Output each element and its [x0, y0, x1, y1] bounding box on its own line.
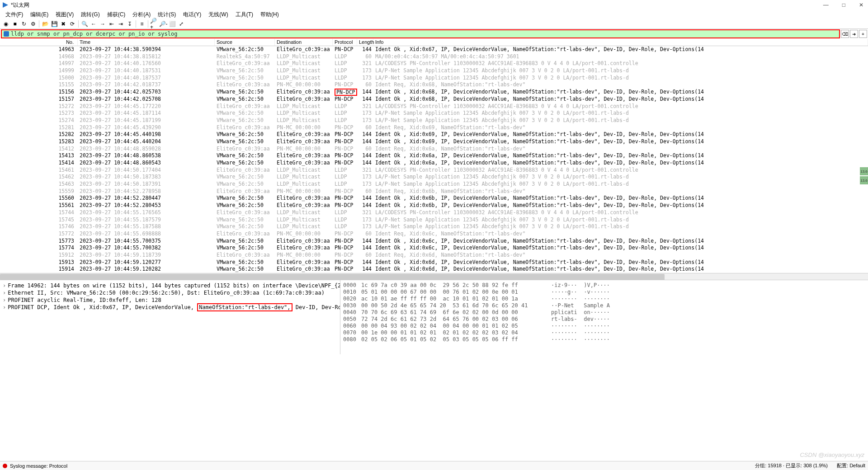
packet-row[interactable]: 157442023-09-27 10:44:55.176565EliteGro_…	[0, 209, 868, 216]
reload-icon[interactable]: ⟳	[68, 20, 76, 28]
packet-list[interactable]: 149632023-09-27 10:44:38.590394VMware_56…	[0, 46, 868, 273]
maximize-button[interactable]: □	[840, 1, 848, 9]
menu-6[interactable]: 统计(S)	[155, 10, 179, 19]
packet-row[interactable]: 157462023-09-27 10:44:55.187588VMware_56…	[0, 223, 868, 230]
start-capture-icon[interactable]: ◉	[2, 20, 10, 28]
menu-2[interactable]: 视图(V)	[53, 10, 76, 19]
expand-icon[interactable]: ›	[3, 282, 6, 289]
menu-0[interactable]: 文件(F)	[3, 10, 26, 19]
packet-details-pane[interactable]: ›Frame 14962: 144 bytes on wire (1152 bi…	[0, 280, 340, 354]
profinet-dcp-post[interactable]: Dev-ID, Dev-Role, Dev-Options	[292, 304, 340, 310]
packet-row[interactable]: 149972023-09-27 10:44:40.176560EliteGro_…	[0, 60, 868, 67]
packet-row[interactable]: 155612023-09-27 10:44:52.280453VMware_56…	[0, 202, 868, 209]
menu-4[interactable]: 捕获(C)	[104, 10, 128, 19]
packet-row[interactable]: 149992023-09-27 10:44:40.187531VMware_56…	[0, 67, 868, 75]
close-button[interactable]: ✕	[856, 1, 866, 9]
packet-row[interactable]: 159142023-09-27 10:44:59.120282VMware_56…	[0, 266, 868, 273]
go-prev-icon[interactable]: ←	[90, 20, 98, 28]
packet-row[interactable]: 154142023-09-27 10:44:48.860543VMware_56…	[0, 160, 868, 167]
display-filter-wrap[interactable]	[1, 29, 840, 38]
name-of-station-highlight[interactable]: NameOfStation:"rt-labs-dev",	[197, 303, 292, 311]
zoom-out-icon[interactable]: 🔎-	[159, 20, 167, 28]
packet-row[interactable]: 155592023-09-27 10:44:52.278958EliteGro_…	[0, 188, 868, 195]
hex-row[interactable]: 003000 00 50 2d 4e 65 65 74 20 53 61 6d …	[343, 302, 865, 309]
expand-icon[interactable]: ›	[3, 297, 6, 303]
zoom-in-icon[interactable]: 🔎+	[150, 20, 158, 28]
menu-8[interactable]: 无线(W)	[206, 10, 231, 19]
go-next-icon[interactable]: →	[99, 20, 107, 28]
packet-row[interactable]: 157452023-09-27 10:44:55.187579VMware_56…	[0, 216, 868, 224]
menu-10[interactable]: 帮助(H)	[258, 10, 282, 19]
find-packet-icon[interactable]: 🔍	[80, 20, 89, 28]
hex-row[interactable]: 004070 70 6c 69 63 61 74 69 6f 6e 02 02 …	[343, 309, 865, 316]
save-file-icon[interactable]: 💾	[50, 20, 58, 28]
packet-row[interactable]: 155602023-09-27 10:44:52.280447VMware_56…	[0, 195, 868, 202]
menu-1[interactable]: 编辑(E)	[28, 10, 51, 19]
hex-row[interactable]: 005072 74 2d 6c 61 62 73 2d 64 65 76 00 …	[343, 316, 865, 323]
profinet-rt-summary[interactable]: PROFINET acyclic Real-Time, ID:0xfeff, L…	[8, 297, 161, 303]
packet-row[interactable]: 154622023-09-27 10:44:50.187383VMware_56…	[0, 174, 868, 181]
packet-row[interactable]: 152742023-09-27 10:44:45.187199VMware_56…	[0, 117, 868, 124]
col-protocol[interactable]: Protocol	[333, 39, 357, 46]
hex-row[interactable]: 0020ac 10 01 ae ff ff ff 00 ac 10 01 01 …	[343, 296, 865, 302]
packet-row[interactable]: 152732023-09-27 10:44:45.187114VMware_56…	[0, 110, 868, 117]
hex-row[interactable]: 007000 1e 00 00 01 01 02 01 02 01 02 02 …	[343, 329, 865, 336]
col-no[interactable]: No.	[0, 39, 78, 46]
packet-row[interactable]: 154132023-09-27 10:44:48.860538VMware_56…	[0, 152, 868, 160]
packet-row[interactable]: 151562023-09-27 10:44:42.025703VMware_56…	[0, 89, 868, 96]
col-info[interactable]: Info	[373, 39, 868, 46]
packet-row[interactable]: 154612023-09-27 10:44:50.177404EliteGro_…	[0, 167, 868, 174]
expand-icon[interactable]: ›	[3, 290, 6, 296]
menu-9[interactable]: 工具(T)	[233, 10, 256, 19]
menu-3[interactable]: 跳转(G)	[78, 10, 102, 19]
restart-capture-icon[interactable]: ↻	[20, 20, 28, 28]
filter-apply-button[interactable]: ➜	[850, 30, 858, 38]
zoom-reset-icon[interactable]: ⬜	[168, 20, 176, 28]
filter-bookmark-icon[interactable]	[4, 31, 9, 37]
frame-summary[interactable]: Frame 14962: 144 bytes on wire (1152 bit…	[8, 282, 340, 289]
col-destination[interactable]: Destination	[275, 39, 333, 46]
hex-row[interactable]: 006000 00 04 93 00 02 02 04 00 04 00 00 …	[343, 323, 865, 329]
packet-row[interactable]: 154632023-09-27 10:44:50.187391VMware_56…	[0, 181, 868, 188]
stop-capture-icon[interactable]: ■	[11, 20, 19, 28]
packet-row[interactable]: 152822023-09-27 10:44:45.440198VMware_56…	[0, 131, 868, 138]
ethernet-summary[interactable]: Ethernet II, Src: VMware_56:2c:50 (00:0c…	[8, 290, 325, 296]
packet-row[interactable]: 152812023-09-27 10:44:45.439290EliteGro_…	[0, 124, 868, 132]
go-first-icon[interactable]: ⇤	[108, 20, 116, 28]
packet-row[interactable]: 159122023-09-27 10:44:59.118739EliteGro_…	[0, 252, 868, 259]
horizontal-scrollbar[interactable]	[0, 273, 868, 280]
close-file-icon[interactable]: ✖	[59, 20, 67, 28]
packet-row[interactable]: 149632023-09-27 10:44:38.590394VMware_56…	[0, 46, 868, 53]
packet-row[interactable]: 152832023-09-27 10:44:45.440204VMware_56…	[0, 138, 868, 146]
packet-row[interactable]: 157722023-09-27 10:44:55.698888EliteGro_…	[0, 230, 868, 238]
hex-row[interactable]: 001005 01 00 00 00 67 00 00 00 76 01 02 …	[343, 289, 865, 296]
packet-row[interactable]: 157742023-09-27 10:44:55.700382VMware_56…	[0, 244, 868, 252]
profinet-dcp-pre[interactable]: PROFINET DCP, Ident Ok , Xid:0x67, IP, D…	[8, 304, 197, 310]
capture-options-icon[interactable]: ⚙	[29, 20, 37, 28]
hex-row[interactable]: 00001c 69 7a c0 39 aa 00 0c 29 56 2c 50 …	[343, 282, 865, 289]
menu-7[interactable]: 电话(Y)	[180, 10, 204, 19]
packet-bytes-pane[interactable]: 00001c 69 7a c0 39 aa 00 0c 29 56 2c 50 …	[340, 280, 868, 354]
col-source[interactable]: Source	[215, 39, 275, 46]
resize-columns-icon[interactable]: ⤢	[177, 20, 185, 28]
open-file-icon[interactable]: 📂	[41, 20, 49, 28]
packet-row[interactable]: 151552023-09-27 10:44:42.018737EliteGro_…	[0, 81, 868, 89]
colorize-icon[interactable]: ≡	[138, 20, 146, 28]
expand-icon[interactable]: ›	[3, 304, 6, 310]
packet-row[interactable]: 154122023-09-27 10:44:48.859028EliteGro_…	[0, 146, 868, 153]
display-filter-input[interactable]	[11, 31, 837, 37]
packet-row[interactable]: 151572023-09-27 10:44:42.025708VMware_56…	[0, 96, 868, 103]
go-last-icon[interactable]: ⇥	[117, 20, 125, 28]
col-time[interactable]: Time	[78, 39, 215, 46]
col-length[interactable]: Length	[357, 39, 373, 46]
packet-row[interactable]: 152722023-09-27 10:44:45.177220EliteGro_…	[0, 103, 868, 110]
packet-row[interactable]: 149682023-09-27 10:44:38.815812RealtekS_…	[0, 53, 868, 61]
minimize-button[interactable]: —	[821, 1, 831, 9]
auto-scroll-icon[interactable]: ↧	[126, 20, 134, 28]
packet-row[interactable]: 150002023-09-27 10:44:40.187537VMware_56…	[0, 75, 868, 82]
packet-row[interactable]: 159132023-09-27 10:44:59.120277VMware_56…	[0, 259, 868, 266]
filter-add-button[interactable]: +	[859, 30, 867, 38]
packet-row[interactable]: 157732023-09-27 10:44:55.700375VMware_56…	[0, 238, 868, 245]
hex-row[interactable]: 008002 05 02 06 05 01 05 02 05 03 05 05 …	[343, 336, 865, 343]
filter-clear-button[interactable]: ⌫	[841, 30, 849, 38]
